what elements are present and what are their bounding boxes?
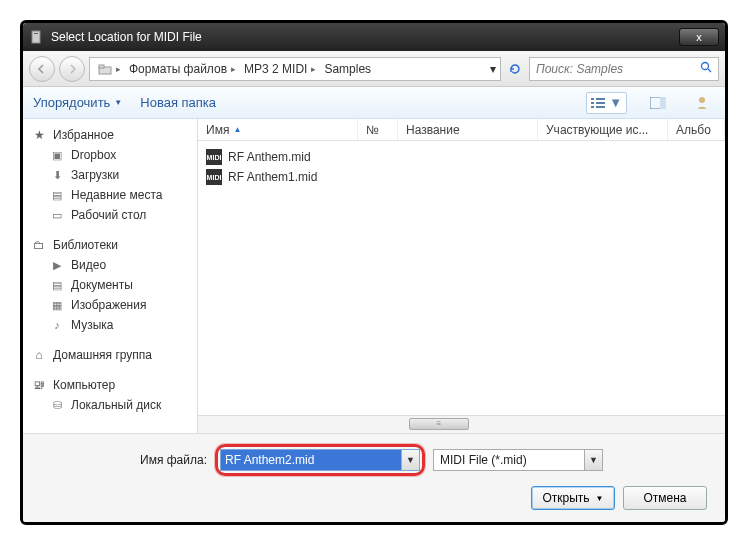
svg-rect-3 <box>99 65 104 68</box>
open-button[interactable]: Открыть▼ <box>531 486 615 510</box>
cancel-button[interactable]: Отмена <box>623 486 707 510</box>
svg-rect-8 <box>591 102 594 104</box>
svg-rect-13 <box>660 97 666 109</box>
toolbar: Упорядочить▼ Новая папка ▼ <box>23 87 725 119</box>
refresh-icon[interactable] <box>505 59 525 79</box>
filename-dropdown-icon[interactable]: ▼ <box>401 450 419 470</box>
sidebar-item-downloads[interactable]: ⬇Загрузки <box>23 165 197 185</box>
sidebar-item-dropbox[interactable]: ▣Dropbox <box>23 145 197 165</box>
sidebar-item-video[interactable]: ▶Видео <box>23 255 197 275</box>
breadcrumb-path[interactable]: ▸ Форматы файлов▸ MP3 2 MIDI▸ Samples ▾ <box>89 57 501 81</box>
search-input[interactable] <box>536 62 700 76</box>
forward-button[interactable] <box>59 56 85 82</box>
sidebar-head-favorites[interactable]: ★Избранное <box>23 125 197 145</box>
sidebar-item-localdisk[interactable]: ⛁Локальный диск <box>23 395 197 415</box>
sidebar-item-desktop[interactable]: ▭Рабочий стол <box>23 205 197 225</box>
file-list: MIDIRF Anthem.mid MIDIRF Anthem1.mid <box>198 141 725 415</box>
svg-rect-9 <box>596 102 605 104</box>
sidebar-item-music[interactable]: ♪Музыка <box>23 315 197 335</box>
organize-menu[interactable]: Упорядочить▼ <box>33 95 122 110</box>
column-headers: Имя▲ № Название Участвующие ис... Альбо <box>198 119 725 141</box>
filename-highlight: RF Anthem2.mid ▼ <box>215 444 425 476</box>
filename-value[interactable]: RF Anthem2.mid <box>221 450 401 470</box>
sidebar-group-homegroup: ⌂Домашняя группа <box>23 345 197 365</box>
sidebar-item-pictures[interactable]: ▦Изображения <box>23 295 197 315</box>
file-row[interactable]: MIDIRF Anthem1.mid <box>202 167 721 187</box>
path-root-icon: ▸ <box>94 62 125 76</box>
svg-rect-6 <box>591 98 594 100</box>
sidebar-group-favorites: ★Избранное ▣Dropbox ⬇Загрузки ▤Недавние … <box>23 125 197 225</box>
sidebar-head-libraries[interactable]: 🗀Библиотеки <box>23 235 197 255</box>
scrollbar-thumb[interactable]: ≡ <box>409 418 469 430</box>
sidebar: ★Избранное ▣Dropbox ⬇Загрузки ▤Недавние … <box>23 119 198 433</box>
svg-rect-1 <box>34 33 38 34</box>
col-artists[interactable]: Участвующие ис... <box>538 119 668 140</box>
midi-file-icon: MIDI <box>206 149 222 165</box>
dialog-window: Select Location for MIDI File x ▸ Формат… <box>20 20 728 525</box>
svg-point-4 <box>702 63 709 70</box>
preview-pane-icon[interactable] <box>645 92 671 114</box>
svg-line-5 <box>708 69 711 72</box>
path-dropdown-icon[interactable]: ▾ <box>490 62 496 76</box>
sidebar-item-documents[interactable]: ▤Документы <box>23 275 197 295</box>
title-bar: Select Location for MIDI File x <box>23 23 725 51</box>
col-number[interactable]: № <box>358 119 398 140</box>
midi-file-icon: MIDI <box>206 169 222 185</box>
sidebar-item-recent[interactable]: ▤Недавние места <box>23 185 197 205</box>
close-button[interactable]: x <box>679 28 719 46</box>
search-box[interactable] <box>529 57 719 81</box>
col-name[interactable]: Имя▲ <box>198 119 358 140</box>
filename-combobox[interactable]: RF Anthem2.mid ▼ <box>220 449 420 471</box>
app-icon <box>29 29 45 45</box>
search-icon[interactable] <box>700 61 712 76</box>
bottom-panel: Имя файла: RF Anthem2.mid ▼ MIDI File (*… <box>23 433 725 522</box>
new-folder-button[interactable]: Новая папка <box>140 95 216 110</box>
filetype-value: MIDI File (*.mid) <box>434 453 584 467</box>
path-seg-2[interactable]: MP3 2 MIDI▸ <box>240 62 320 76</box>
svg-rect-0 <box>32 31 40 43</box>
path-seg-1[interactable]: Форматы файлов▸ <box>125 62 240 76</box>
help-icon[interactable] <box>689 92 715 114</box>
svg-point-14 <box>699 97 705 103</box>
sidebar-group-libraries: 🗀Библиотеки ▶Видео ▤Документы ▦Изображен… <box>23 235 197 335</box>
svg-rect-11 <box>596 106 605 108</box>
svg-rect-7 <box>596 98 605 100</box>
file-row[interactable]: MIDIRF Anthem.mid <box>202 147 721 167</box>
window-title: Select Location for MIDI File <box>51 30 679 44</box>
svg-rect-10 <box>591 106 594 108</box>
horizontal-scrollbar[interactable]: ≡ <box>198 415 725 433</box>
col-title[interactable]: Название <box>398 119 538 140</box>
filetype-dropdown-icon[interactable]: ▼ <box>584 450 602 470</box>
body: ★Избранное ▣Dropbox ⬇Загрузки ▤Недавние … <box>23 119 725 433</box>
col-album[interactable]: Альбо <box>668 119 725 140</box>
sidebar-group-computer: 🖳Компьютер ⛁Локальный диск <box>23 375 197 415</box>
file-pane: Имя▲ № Название Участвующие ис... Альбо … <box>198 119 725 433</box>
filetype-combobox[interactable]: MIDI File (*.mid) ▼ <box>433 449 603 471</box>
sidebar-head-computer[interactable]: 🖳Компьютер <box>23 375 197 395</box>
path-seg-3[interactable]: Samples <box>320 62 375 76</box>
back-button[interactable] <box>29 56 55 82</box>
filename-label: Имя файла: <box>37 453 207 467</box>
view-mode-button[interactable]: ▼ <box>586 92 627 114</box>
navigation-bar: ▸ Форматы файлов▸ MP3 2 MIDI▸ Samples ▾ <box>23 51 725 87</box>
sidebar-head-homegroup[interactable]: ⌂Домашняя группа <box>23 345 197 365</box>
